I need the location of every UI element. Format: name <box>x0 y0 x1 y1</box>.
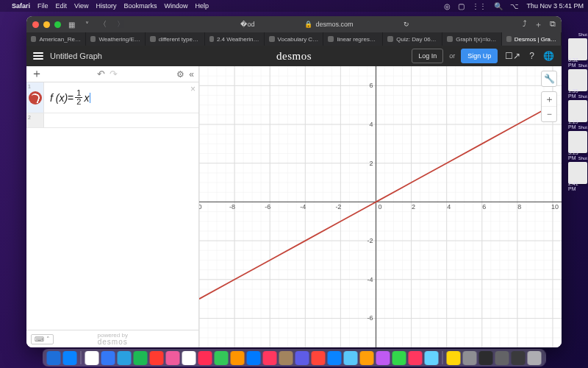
menu-bookmarks[interactable]: Bookmarks <box>123 2 157 10</box>
zoom-out-button[interactable]: － <box>542 107 556 121</box>
keyboard-toggle-button[interactable]: ⌨ ˄ <box>31 334 54 344</box>
expression-row-2[interactable]: 2 <box>26 113 198 128</box>
dock-app[interactable] <box>279 351 293 365</box>
dock-app[interactable] <box>182 351 196 365</box>
dock-app[interactable] <box>101 351 115 365</box>
window-zoom-button[interactable] <box>54 21 61 28</box>
add-expression-button[interactable]: ＋ <box>31 66 43 82</box>
screenshot-thumbnail[interactable]: Shot1.35 PM <box>568 69 587 91</box>
dock-app[interactable] <box>295 351 309 365</box>
menu-view[interactable]: View <box>74 2 88 10</box>
dock-app[interactable] <box>47 351 61 365</box>
graph-settings-icon[interactable]: 🔧 <box>541 71 557 87</box>
screenshot-thumbnail[interactable]: Shot2.41 PM <box>568 162 587 184</box>
menu-edit[interactable]: Edit <box>56 2 68 10</box>
dock-app[interactable] <box>360 351 374 365</box>
dock-app[interactable] <box>512 351 526 365</box>
dock-app[interactable] <box>263 351 277 365</box>
dock-app[interactable] <box>118 351 132 365</box>
forward-button[interactable]: 〉 <box>114 18 127 31</box>
dock-app[interactable] <box>425 351 439 365</box>
record-icon[interactable]: ◎ <box>444 2 451 10</box>
dock-app[interactable] <box>63 351 77 365</box>
screenshot-thumbnail[interactable]: Shot1.19 PM <box>568 100 587 122</box>
dock-app[interactable] <box>479 351 493 365</box>
menubar-app[interactable]: Safari <box>12 2 30 10</box>
hamburger-icon[interactable] <box>32 52 44 60</box>
menu-help[interactable]: Help <box>195 2 209 10</box>
screenshot-thumbnail[interactable]: Shot3.13 PM <box>568 131 587 153</box>
signup-button[interactable]: Sign Up <box>461 49 498 63</box>
dock-app[interactable] <box>150 351 164 365</box>
panel-settings-icon[interactable]: ⚙ <box>176 69 184 79</box>
dock-app[interactable] <box>312 351 326 365</box>
tabs-overview-icon[interactable]: ⧉ <box>550 19 556 30</box>
dock-app[interactable] <box>344 351 358 365</box>
reload-icon[interactable]: ↻ <box>404 21 409 28</box>
dock-app[interactable] <box>495 351 509 365</box>
dock-app[interactable] <box>231 351 245 365</box>
dock-app[interactable] <box>528 351 542 365</box>
back-button[interactable]: 〈 <box>96 18 110 31</box>
collapse-panel-icon[interactable]: « <box>189 69 194 79</box>
expression-input[interactable]: f (x) = 1 2 x <box>44 82 198 113</box>
screenshot-thumbnail[interactable]: Shot0.32 PM <box>568 38 587 60</box>
wifi-icon[interactable]: ⋮⋮ <box>472 2 487 10</box>
graph-canvas[interactable]: -10-8-6-4-20246810-6-4-2246 🔧 ＋ － <box>199 66 562 347</box>
graph-title[interactable]: Untitled Graph <box>50 52 102 60</box>
browser-tab[interactable]: different type… <box>146 32 205 46</box>
chevron-down-icon[interactable]: ˅ <box>82 19 92 30</box>
control-center-icon[interactable]: ⌥ <box>510 2 519 10</box>
dock-app[interactable] <box>463 351 477 365</box>
undo-button[interactable]: ↶ <box>97 68 110 79</box>
dock-app[interactable] <box>198 351 212 365</box>
browser-tabstrip: American_Re…Weathering/E…different type…… <box>26 32 562 46</box>
expression-input-empty[interactable] <box>44 113 198 127</box>
svg-text:-4: -4 <box>300 203 306 210</box>
dock-app[interactable] <box>409 351 423 365</box>
dock-app[interactable] <box>215 351 229 365</box>
menu-file[interactable]: File <box>37 2 49 10</box>
desktop-screenshots: Shot0.32 PMShot1.35 PMShot1.19 PMShot3.1… <box>568 38 588 184</box>
panel-footer: ⌨ ˄ powered by desmos <box>26 330 198 347</box>
dock-app[interactable] <box>247 351 261 365</box>
browser-tab[interactable]: American_Re… <box>26 32 86 46</box>
share-graph-icon[interactable]: ☐↗ <box>503 51 522 61</box>
expr-tail: x <box>84 92 89 104</box>
browser-tab[interactable]: Desmos | Gra… <box>502 32 562 46</box>
menu-history[interactable]: History <box>96 2 116 10</box>
svg-text:4: 4 <box>369 121 373 128</box>
browser-tab[interactable]: Weathering/E… <box>86 32 146 46</box>
display-icon[interactable]: ▢ <box>458 2 465 10</box>
window-close-button[interactable] <box>32 21 39 28</box>
login-button[interactable]: Log In <box>412 49 443 63</box>
dock-app[interactable] <box>328 351 342 365</box>
browser-tab[interactable]: Vocabulary C… <box>265 32 324 46</box>
redo-button[interactable]: ↷ <box>110 68 122 79</box>
dock-app[interactable] <box>166 351 180 365</box>
thumb-time: 2.41 PM <box>568 181 587 191</box>
dock-app[interactable] <box>376 351 390 365</box>
share-icon[interactable]: ⤴ <box>523 19 527 30</box>
dock-app[interactable] <box>392 351 406 365</box>
window-minimize-button[interactable] <box>43 21 50 28</box>
browser-tab[interactable]: 2.4 Weatherin… <box>205 32 265 46</box>
shield-icon[interactable]: �od <box>240 21 254 28</box>
url-field[interactable]: desmos.com <box>315 21 353 28</box>
dock-app[interactable] <box>134 351 148 365</box>
browser-tab[interactable]: Quiz: Day 06… <box>383 32 442 46</box>
browser-tab[interactable]: Graph f(x)=lo… <box>442 32 502 46</box>
expression-row-1[interactable]: 1 f (x) = 1 2 x × <box>26 82 198 113</box>
new-tab-icon[interactable]: ＋ <box>534 19 542 30</box>
dock-app[interactable] <box>85 351 99 365</box>
menubar-clock[interactable]: Thu Nov 3 5:41 PM <box>526 2 584 10</box>
help-icon[interactable]: ? <box>528 51 536 61</box>
zoom-in-button[interactable]: ＋ <box>542 92 556 107</box>
dock-app[interactable] <box>447 351 461 365</box>
delete-expression-icon[interactable]: × <box>190 84 196 94</box>
language-icon[interactable]: 🌐 <box>542 51 556 61</box>
sidebar-toggle-icon[interactable]: ▦ <box>65 19 78 30</box>
browser-tab[interactable]: linear regres… <box>323 32 383 46</box>
menu-window[interactable]: Window <box>164 2 187 10</box>
spotlight-icon[interactable]: 🔍 <box>494 2 503 10</box>
